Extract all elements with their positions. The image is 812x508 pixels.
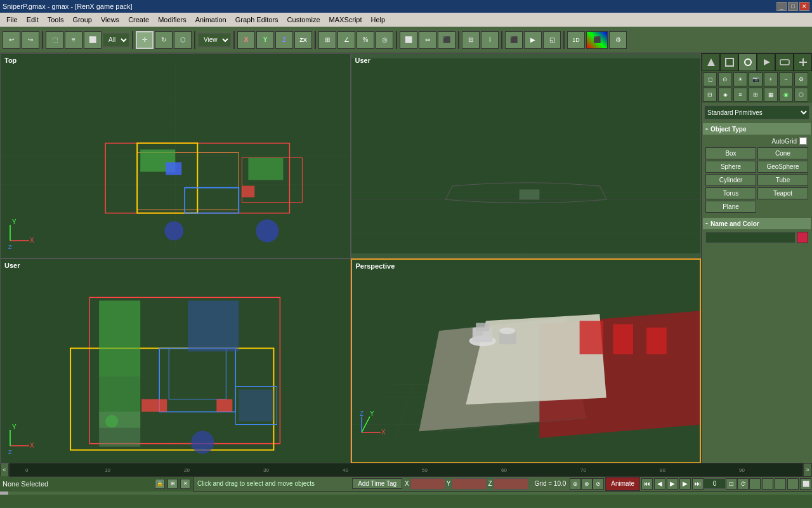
orbit-button[interactable] [787, 478, 799, 490]
render-type-button[interactable]: ◱ [543, 31, 561, 49]
slider-left-button[interactable]: < [0, 463, 9, 477]
extra-icon-1[interactable]: ⊕ [570, 478, 581, 490]
menu-graph-editors[interactable]: Graph Editors [232, 15, 282, 25]
maximize-button[interactable]: □ [788, 2, 798, 11]
filter-select[interactable]: All [103, 33, 129, 47]
object-type-header[interactable]: - Object Type [703, 123, 811, 135]
animate-button[interactable]: Animate [605, 477, 640, 491]
x-input[interactable] [410, 478, 445, 490]
percent-snap-button[interactable]: % [357, 31, 374, 49]
frame-prev-button[interactable]: ◀ [654, 478, 665, 490]
scale-button[interactable]: ⬡ [174, 31, 192, 49]
slider-track[interactable]: 0 10 20 30 40 50 60 70 80 90 [9, 463, 803, 477]
panel-tool-e[interactable]: ⊞ [749, 88, 763, 102]
slider-right-button[interactable]: > [803, 463, 812, 477]
cylinder-button[interactable]: Cylinder [705, 174, 756, 186]
select-region-button[interactable]: ⬜ [84, 31, 102, 49]
close-button[interactable]: ✕ [799, 2, 809, 11]
x-axis-button[interactable]: X [237, 31, 255, 49]
align-button[interactable]: ⬛ [438, 31, 455, 49]
y-input[interactable] [452, 478, 487, 490]
panel-tool-b[interactable]: ⊟ [703, 88, 717, 102]
menu-views[interactable]: Views [97, 15, 123, 25]
geosphere-button[interactable]: GeoSphere [757, 161, 808, 173]
zx-axis-button[interactable]: ZX [294, 31, 312, 49]
frame-end-button[interactable]: ⏭ [692, 478, 704, 490]
settings-button[interactable]: ⚙ [609, 31, 627, 49]
teapot-button[interactable]: Teapot [757, 187, 808, 199]
extra-icon-2[interactable]: ⊗ [581, 478, 593, 490]
render-scene-button[interactable]: ⬛ [505, 31, 523, 49]
y-axis-button[interactable]: Y [256, 31, 274, 49]
cone-button[interactable]: Cone [757, 147, 808, 159]
panel-tool-h[interactable]: ⬡ [794, 88, 808, 102]
menu-maxscript[interactable]: MAXScript [325, 15, 366, 25]
snap-button[interactable]: ⊞ [318, 31, 336, 49]
panel-helper-button[interactable]: + [764, 72, 778, 86]
lock-button[interactable]: 🔒 [155, 479, 165, 489]
play-button[interactable]: ▶ [667, 478, 678, 490]
panel-spacewarp-button[interactable]: ~ [779, 72, 793, 86]
layer-button[interactable]: ⊟ [462, 31, 480, 49]
angle-snap-button[interactable]: ∠ [337, 31, 355, 49]
tube-button[interactable]: Tube [757, 174, 808, 186]
object-name-input[interactable] [705, 232, 796, 243]
sphere-button[interactable]: Sphere [705, 161, 756, 173]
panel-tab-utilities[interactable] [794, 53, 812, 71]
key-mode-button[interactable]: ⊡ [726, 478, 737, 490]
frame-next-button[interactable]: ▶ [679, 478, 691, 490]
quick-render-button[interactable]: ▶ [524, 31, 542, 49]
menu-animation[interactable]: Animation [192, 15, 230, 25]
z-input[interactable] [494, 478, 528, 490]
minimize-button[interactable]: _ [776, 2, 787, 11]
z-axis-button[interactable]: Z [275, 31, 293, 49]
object-color-swatch[interactable] [797, 232, 808, 243]
menu-customize[interactable]: Customize [284, 15, 324, 25]
menu-tools[interactable]: Tools [44, 15, 68, 25]
zoom-button[interactable] [762, 478, 773, 490]
time-config-button[interactable]: ⏱ [737, 478, 749, 490]
panel-tab-motion[interactable] [757, 53, 775, 71]
panel-systems-button[interactable]: ⚙ [794, 72, 808, 86]
close-status-button[interactable]: ✕ [180, 479, 190, 489]
panel-tool-g[interactable]: ◉ [779, 88, 793, 102]
panel-camera-button[interactable]: 📷 [749, 72, 763, 86]
menu-help[interactable]: Help [367, 15, 390, 25]
zoom-all-button[interactable] [775, 478, 786, 490]
torus-button[interactable]: Torus [705, 187, 756, 199]
redo-button[interactable]: ↪ [22, 31, 39, 49]
autogrid-checkbox[interactable] [799, 137, 807, 145]
coord-system-select[interactable]: View [198, 33, 231, 47]
menu-group[interactable]: Group [69, 15, 96, 25]
viewport-top[interactable]: Top [0, 53, 351, 258]
menu-edit[interactable]: Edit [23, 15, 43, 25]
panel-tab-create[interactable] [702, 53, 720, 71]
viewport-user-top[interactable]: User [351, 53, 702, 258]
color-button[interactable]: ⬛ [586, 31, 608, 49]
select-move-button[interactable]: ✛ [136, 31, 154, 49]
pan-button[interactable] [749, 478, 761, 490]
viewport-perspective[interactable]: Perspective [351, 258, 702, 464]
menu-create[interactable]: Create [124, 15, 153, 25]
box-button[interactable]: Box [705, 147, 756, 159]
mirror-button[interactable]: ⇔ [419, 31, 436, 49]
named-sel-button[interactable]: ⬜ [400, 31, 417, 49]
primitives-dropdown[interactable]: Standard Primitives [704, 105, 809, 119]
graph-button[interactable]: ⊞ [167, 479, 178, 489]
panel-tab-display[interactable] [775, 53, 794, 71]
panel-tab-modify[interactable] [720, 53, 738, 71]
viewport-user-bottom[interactable]: User [0, 258, 351, 464]
select-object-button[interactable]: ⬚ [46, 31, 63, 49]
undo-button[interactable]: ↩ [3, 31, 20, 49]
time-tag-button[interactable]: Add Time Tag [352, 478, 402, 489]
plane-button[interactable]: Plane [705, 201, 756, 213]
panel-tool-c[interactable]: ◈ [718, 88, 732, 102]
maximize-viewport-button[interactable]: ⬜ [800, 478, 811, 490]
panel-tab-hierarchy[interactable] [738, 53, 757, 71]
menu-file[interactable]: File [3, 15, 22, 25]
panel-shape-button[interactable]: ⊙ [718, 72, 732, 86]
curve-editor-button[interactable]: ⌇ [481, 31, 499, 49]
panel-light-button[interactable]: ☀ [733, 72, 747, 86]
spinner-button[interactable]: ◎ [376, 31, 393, 49]
id-button[interactable]: 1D [567, 31, 585, 49]
